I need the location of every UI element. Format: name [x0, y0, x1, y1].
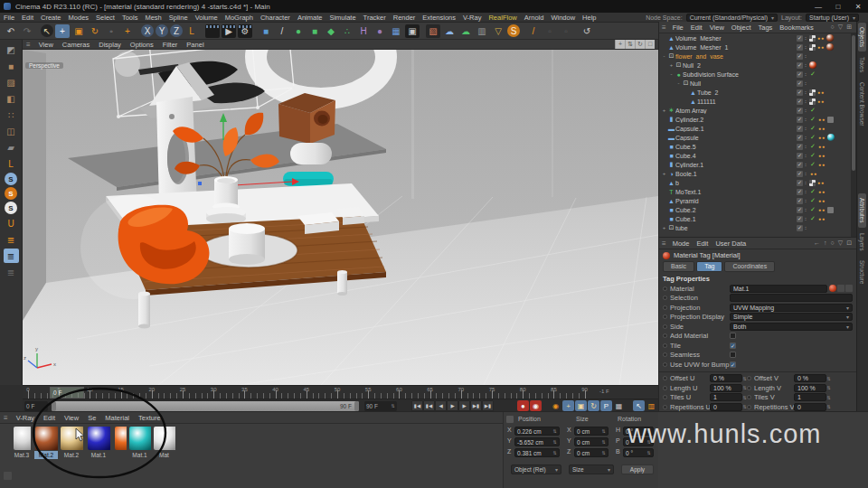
material-thumbnail[interactable]: Mat.1 — [87, 426, 110, 460]
panel-tab-attributes[interactable]: Attributes — [858, 193, 866, 227]
attr-menu-mode[interactable]: Mode — [669, 239, 693, 248]
anim-dot-icon[interactable] — [663, 362, 667, 367]
camera-icon[interactable]: ▣ — [405, 24, 420, 38]
material-thumbnail[interactable]: Mat — [153, 426, 175, 460]
field-select-projection-display[interactable]: Simple▾ — [730, 313, 853, 321]
render-settings-icon[interactable]: ⚙ — [238, 24, 252, 38]
object-tree-row[interactable]: +⊡tube✓: — [659, 223, 851, 232]
material-menu-se[interactable]: Se — [83, 414, 100, 422]
anim-dot-icon[interactable] — [663, 352, 667, 357]
prev-frame-button[interactable]: ◀ — [435, 400, 447, 411]
material-tag-icon[interactable] — [809, 61, 816, 69]
anim-dot-icon[interactable] — [663, 376, 667, 380]
playhead[interactable]: 0 F — [50, 387, 84, 399]
anim-dot-icon[interactable] — [663, 296, 667, 300]
anim-dot-icon[interactable] — [663, 395, 667, 399]
mograph-icon[interactable]: ∴ — [340, 24, 354, 38]
primitive-cube-icon[interactable]: ■ — [259, 24, 273, 38]
paint-brush-icon[interactable]: / — [526, 24, 541, 38]
menu-item-simulate[interactable]: Simulate — [326, 14, 359, 22]
anim-dot-icon[interactable] — [663, 343, 667, 348]
menu-item-create[interactable]: Create — [37, 14, 65, 22]
field-input-repetitions-v[interactable]: 0 — [794, 403, 826, 411]
enable-checkbox[interactable]: ✓ — [797, 80, 803, 87]
enable-checkbox[interactable]: ✓ — [797, 225, 803, 231]
maximize-icon[interactable]: □ — [645, 40, 655, 49]
uvw-tag-icon[interactable] — [809, 99, 816, 105]
position-y-input[interactable]: -5.652 cm⇅ — [514, 437, 560, 446]
maximize-button[interactable]: □ — [828, 3, 848, 11]
material-thumbnail[interactable] — [114, 426, 127, 460]
viewport-canvas[interactable]: yxz Perspective — [23, 50, 658, 385]
enable-checkbox[interactable]: ✓ — [797, 216, 803, 222]
viewport-menu-display[interactable]: Display — [94, 41, 126, 49]
attr-menu-edit[interactable]: Edit — [693, 239, 712, 248]
menu-item-mograph[interactable]: MoGraph — [222, 14, 257, 22]
goto-end-button[interactable]: ▶▮ — [482, 400, 494, 411]
play-button[interactable]: ▶ — [447, 400, 458, 411]
disabled-icon-a[interactable]: ▫ — [542, 24, 557, 38]
key-position-button[interactable]: + — [562, 400, 574, 411]
panel-menu-icon[interactable]: ≡ — [659, 239, 669, 248]
enabled-tag-icon[interactable]: ✓ — [809, 70, 816, 78]
enable-checkbox[interactable]: ✓ — [797, 180, 803, 186]
last-tool-icon[interactable]: ◦ — [104, 24, 118, 38]
enable-checkbox[interactable]: ✓ — [797, 144, 803, 150]
panel-icon[interactable]: ⊡ — [844, 239, 854, 247]
enabled-tag-icon[interactable]: ✓ — [809, 116, 816, 123]
panel-icon[interactable]: ⊞ — [844, 23, 854, 31]
key-scale-button[interactable]: ▣ — [575, 400, 587, 411]
expand-toggle-icon[interactable]: + — [668, 62, 675, 68]
add-tool-icon[interactable]: + — [120, 24, 135, 38]
phong-tag-icon[interactable]: ●● — [816, 43, 826, 51]
lock-z-icon[interactable]: Z — [170, 24, 183, 37]
menu-item-tools[interactable]: Tools — [118, 14, 142, 22]
object-tree-row[interactable]: ▲111111✓:●● — [659, 97, 851, 106]
snap-enable-icon[interactable]: S — [5, 173, 17, 185]
object-tree-row[interactable]: ▬Capsule.1✓:✓●● — [659, 124, 851, 133]
panel-tab-layers[interactable]: Layers — [858, 229, 866, 256]
coord-size-select[interactable]: Size▾ — [569, 465, 614, 474]
enable-checkbox[interactable]: ✓ — [797, 135, 803, 141]
timeline-ruler[interactable]: 051015202530354045505560657075808590 -1 … — [23, 386, 658, 399]
phong-tag-icon[interactable]: ●● — [817, 215, 826, 222]
tab-tag[interactable]: Tag — [696, 261, 722, 272]
polygons-mode-icon[interactable]: ▰ — [4, 140, 19, 155]
lock-y-icon[interactable]: Y — [156, 24, 168, 37]
cylinder-leg-2[interactable] — [337, 270, 347, 296]
range-start-field[interactable]: 0 F — [24, 401, 48, 411]
generic-tag-icon[interactable] — [827, 207, 834, 213]
object-tree-row[interactable]: TMoText.1✓:✓●● — [659, 187, 851, 196]
anim-dot-icon[interactable] — [663, 286, 667, 291]
menu-item-arnold[interactable]: Arnold — [521, 14, 548, 22]
back-icon[interactable]: ← — [812, 239, 822, 247]
locked-workplane-icon[interactable]: ≣ — [4, 265, 19, 279]
end-frame-field[interactable]: 90 F⇅ — [364, 401, 397, 411]
live-selection-icon[interactable]: ↖ — [41, 24, 53, 37]
phong-tag-icon[interactable]: ●● — [816, 98, 826, 105]
scale-tool-icon[interactable]: ▣ — [71, 24, 86, 38]
enabled-tag-icon[interactable]: ✓ — [809, 125, 816, 132]
orbit-icon[interactable]: ↻ — [635, 40, 645, 49]
enabled-tag-icon[interactable]: ✓ — [809, 215, 816, 222]
enable-checkbox[interactable]: ✓ — [797, 35, 803, 42]
workplane-icon[interactable]: ≣ — [4, 232, 19, 247]
object-tree-row[interactable]: ▲Pyramid✓:✓●● — [659, 196, 851, 205]
menu-item-character[interactable]: Character — [257, 14, 294, 22]
expand-toggle-icon[interactable]: + — [661, 225, 667, 230]
enable-checkbox[interactable]: ✓ — [797, 189, 803, 195]
coord-mode-select[interactable]: Object (Rel)▾ — [511, 465, 561, 474]
field-input-selection[interactable] — [730, 294, 853, 302]
enabled-tag-icon[interactable]: ✓ — [809, 206, 816, 213]
enable-checkbox[interactable]: ✓ — [797, 89, 803, 96]
planar-workplane-icon[interactable]: ≣ — [4, 249, 19, 263]
panel-tab-takes[interactable]: Takes — [858, 52, 866, 77]
object-tree-row[interactable]: +◑Boole.1✓:●● — [659, 169, 851, 178]
material-tag-icon[interactable] — [827, 134, 835, 141]
teal-capsule-object[interactable] — [283, 172, 334, 186]
anim-dot-icon[interactable] — [663, 386, 667, 390]
enabled-tag-icon[interactable]: ✓ — [809, 134, 816, 141]
cylinder-leg-1[interactable] — [138, 292, 150, 329]
undo-icon[interactable]: ↶ — [4, 24, 18, 38]
object-tree-row[interactable]: ▮Cylinder.2✓:✓●● — [659, 115, 851, 124]
